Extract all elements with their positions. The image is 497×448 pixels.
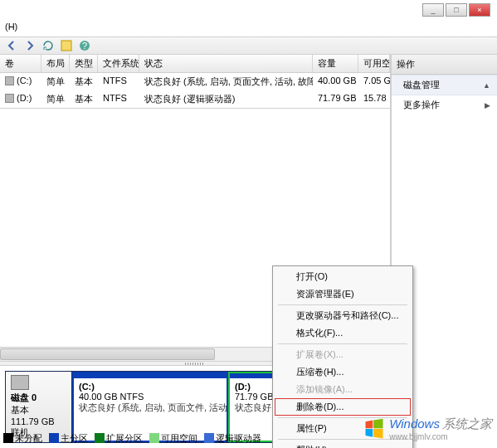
volume-capacity: 71.79 GB bbox=[313, 92, 358, 106]
collapse-icon: ▲ bbox=[483, 81, 490, 90]
svg-text:?: ? bbox=[82, 41, 87, 51]
menubar[interactable]: (H) bbox=[0, 20, 497, 37]
nav-back-icon[interactable] bbox=[5, 39, 18, 52]
partition-title: (C:) bbox=[79, 382, 95, 392]
volume-name: (C:) bbox=[17, 75, 32, 85]
svg-rect-0 bbox=[61, 41, 71, 51]
legend-swatch-extended bbox=[95, 433, 105, 443]
scrollbar-thumb[interactable] bbox=[0, 348, 215, 360]
menu-help[interactable]: (H) bbox=[5, 22, 17, 32]
volume-status: 状态良好 (逻辑驱动器) bbox=[139, 92, 313, 106]
volume-status: 状态良好 (系统, 启动, 页面文件, 活动, 故障转储, 主分区) bbox=[139, 75, 313, 89]
legend-free: 可用空间 bbox=[161, 433, 197, 443]
volume-list: 卷 布局 类型 文件系统 状态 容量 可用空 (C:) 简单 基本 NTFS 状… bbox=[0, 55, 390, 109]
column-type[interactable]: 类型 bbox=[70, 55, 98, 72]
partition-sub: 40.00 GB NTFS bbox=[79, 392, 144, 402]
volume-row[interactable]: (D:) 简单 基本 NTFS 状态良好 (逻辑驱动器) 71.79 GB 15… bbox=[0, 90, 390, 108]
toolbar: ? bbox=[0, 37, 497, 55]
volume-fs: NTFS bbox=[98, 92, 139, 106]
menu-open[interactable]: 打开(O) bbox=[275, 268, 411, 285]
volume-free: 15.78 bbox=[358, 92, 390, 106]
actions-section-disk-management[interactable]: 磁盘管理 ▲ bbox=[392, 75, 497, 95]
volume-capacity: 40.00 GB bbox=[313, 75, 358, 89]
volume-row[interactable]: (C:) 简单 基本 NTFS 状态良好 (系统, 启动, 页面文件, 活动, … bbox=[0, 73, 390, 90]
window-maximize-button[interactable]: □ bbox=[446, 3, 467, 17]
partition-title: (D:) bbox=[235, 382, 251, 392]
menu-extend: 扩展卷(X)... bbox=[275, 346, 411, 363]
disk-icon bbox=[11, 375, 29, 390]
drive-icon bbox=[5, 76, 14, 85]
volume-fs: NTFS bbox=[98, 75, 139, 89]
nav-fwd-icon[interactable] bbox=[23, 39, 37, 52]
volume-layout: 简单 bbox=[41, 92, 70, 106]
drive-icon bbox=[5, 94, 14, 103]
watermark: Windows 系统之家 www.bjjmlv.com bbox=[363, 416, 492, 441]
legend-swatch-primary bbox=[49, 433, 59, 443]
actions-header: 操作 bbox=[392, 55, 497, 75]
menu-separator bbox=[278, 343, 407, 344]
menu-help[interactable]: 帮助(H) bbox=[275, 441, 411, 448]
disk-size: 111.79 GB bbox=[11, 416, 55, 426]
volume-free: 7.05 G bbox=[358, 75, 390, 89]
legend-primary: 主分区 bbox=[61, 433, 88, 443]
disk-type: 基本 bbox=[11, 405, 29, 415]
windows-logo-icon bbox=[363, 417, 386, 441]
help-icon[interactable]: ? bbox=[78, 39, 91, 52]
window-close-button[interactable]: × bbox=[469, 3, 490, 17]
legend-logical: 逻辑驱动器 bbox=[216, 433, 261, 443]
menu-delete-volume[interactable]: 删除卷(D)... bbox=[275, 398, 411, 416]
column-capacity[interactable]: 容量 bbox=[313, 55, 358, 72]
menu-change-letter[interactable]: 更改驱动器号和路径(C)... bbox=[275, 307, 411, 324]
column-filesystem[interactable]: 文件系统 bbox=[98, 55, 139, 72]
partition-status: 状态良好 (系统, 启动, 页面文件, 活动, 故 bbox=[79, 402, 228, 412]
partition-legend: 未分配 主分区 扩展分区 可用空间 逻辑驱动器 bbox=[3, 432, 261, 445]
submenu-icon: ▶ bbox=[485, 101, 490, 110]
refresh-icon[interactable] bbox=[41, 39, 55, 52]
column-volume[interactable]: 卷 bbox=[0, 55, 41, 72]
volume-name: (D:) bbox=[17, 93, 32, 103]
column-layout[interactable]: 布局 bbox=[41, 55, 70, 72]
watermark-url: www.bjjmlv.com bbox=[389, 432, 492, 441]
menu-shrink[interactable]: 压缩卷(H)... bbox=[275, 363, 411, 381]
volume-type: 基本 bbox=[70, 92, 98, 106]
watermark-sub: 系统之家 bbox=[442, 416, 492, 431]
actions-more[interactable]: 更多操作 ▶ bbox=[392, 95, 497, 114]
partition-status: 状态良好 bbox=[235, 402, 271, 412]
column-free[interactable]: 可用空 bbox=[358, 55, 390, 72]
actions-section-label: 磁盘管理 bbox=[403, 79, 440, 91]
volume-type: 基本 bbox=[70, 75, 98, 89]
legend-extended: 扩展分区 bbox=[106, 433, 143, 443]
legend-unallocated: 未分配 bbox=[15, 433, 42, 443]
volume-list-header: 卷 布局 类型 文件系统 状态 容量 可用空 bbox=[0, 55, 390, 73]
menu-add-mirror: 添加镜像(A)... bbox=[275, 381, 411, 398]
menu-format[interactable]: 格式化(F)... bbox=[275, 324, 411, 342]
watermark-brand: Windows bbox=[389, 416, 440, 431]
actions-more-label: 更多操作 bbox=[403, 99, 440, 111]
menu-explorer[interactable]: 资源管理器(E) bbox=[275, 285, 411, 303]
legend-swatch-logical bbox=[204, 433, 214, 443]
legend-swatch-free bbox=[149, 433, 159, 443]
column-status[interactable]: 状态 bbox=[139, 55, 313, 72]
window-minimize-button[interactable]: _ bbox=[422, 3, 444, 17]
disk-label: 磁盘 0 bbox=[11, 392, 37, 402]
menu-separator bbox=[278, 304, 407, 305]
properties-icon[interactable] bbox=[60, 39, 73, 52]
legend-swatch-unallocated bbox=[3, 433, 13, 443]
volume-layout: 简单 bbox=[41, 75, 70, 89]
